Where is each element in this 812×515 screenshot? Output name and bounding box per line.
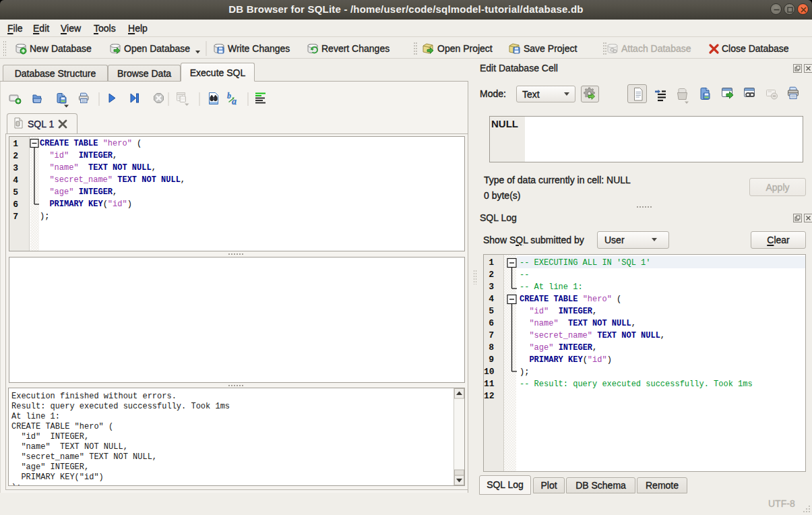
svg-text:Write Changes: Write Changes — [228, 43, 290, 54]
svg-text:b: b — [227, 91, 231, 100]
svg-text:Attach Database: Attach Database — [621, 43, 691, 54]
svg-text:Open Database: Open Database — [124, 43, 190, 54]
svg-text:Save Project: Save Project — [524, 43, 577, 54]
svg-text:New Database: New Database — [30, 43, 92, 54]
svg-text:Close Database: Close Database — [722, 43, 789, 54]
svg-text:Revert Changes: Revert Changes — [321, 43, 389, 54]
svg-text:Open Project: Open Project — [437, 43, 493, 54]
